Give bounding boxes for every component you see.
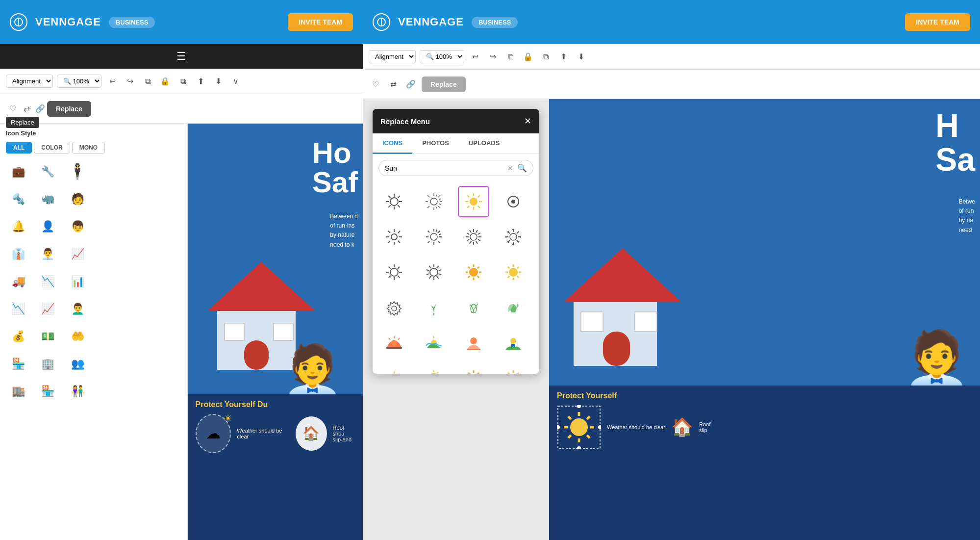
link-icon[interactable]: 🔗 bbox=[33, 102, 47, 116]
layers-icon[interactable]: ⧉ bbox=[176, 75, 190, 88]
list-item[interactable] bbox=[125, 187, 149, 211]
replace-button[interactable]: Replace bbox=[47, 101, 91, 117]
list-item[interactable]: 📊 bbox=[65, 269, 90, 294]
search-input[interactable] bbox=[385, 164, 503, 172]
clear-search-icon[interactable]: ✕ bbox=[507, 164, 513, 172]
tab-icons[interactable]: ICONS bbox=[373, 133, 412, 154]
list-item[interactable] bbox=[125, 269, 149, 294]
undo-icon[interactable]: ↩ bbox=[105, 75, 119, 88]
result-icon-1[interactable] bbox=[378, 186, 410, 217]
tab-all[interactable]: ALL bbox=[6, 142, 32, 154]
list-item[interactable]: 📉 bbox=[36, 269, 60, 294]
list-item[interactable] bbox=[154, 379, 179, 404]
result-icon-9[interactable] bbox=[378, 257, 410, 288]
right-undo-icon[interactable]: ↩ bbox=[468, 50, 482, 64]
list-item[interactable]: 🕴 bbox=[65, 159, 90, 184]
list-item[interactable]: 📈 bbox=[36, 297, 60, 321]
zoom-select[interactable]: 🔍 100% bbox=[57, 75, 101, 88]
invite-team-button-left[interactable]: INVITE TEAM bbox=[288, 13, 353, 31]
list-item[interactable]: 💰 bbox=[6, 324, 30, 349]
redo-icon[interactable]: ↪ bbox=[123, 75, 137, 88]
list-item[interactable] bbox=[125, 352, 149, 376]
list-item[interactable]: 🔧 bbox=[36, 159, 60, 184]
result-icon-4[interactable] bbox=[498, 186, 529, 217]
right-replace-button[interactable]: Replace bbox=[422, 77, 466, 92]
list-item[interactable]: 🚚 bbox=[6, 269, 30, 294]
list-item[interactable] bbox=[154, 242, 179, 266]
list-item[interactable] bbox=[95, 379, 120, 404]
list-item[interactable]: 🔔 bbox=[6, 214, 30, 239]
replace-menu-close-button[interactable]: ✕ bbox=[524, 116, 531, 127]
result-icon-5[interactable] bbox=[378, 221, 410, 253]
result-icon-13[interactable] bbox=[378, 292, 410, 323]
list-item[interactable] bbox=[95, 269, 120, 294]
list-item[interactable]: 👥 bbox=[65, 352, 90, 376]
swap-icon[interactable]: ⇄ bbox=[20, 102, 33, 116]
list-item[interactable] bbox=[125, 324, 149, 349]
list-item[interactable] bbox=[154, 269, 179, 294]
list-item[interactable]: 📈 bbox=[65, 242, 90, 266]
tab-mono[interactable]: MONO bbox=[72, 142, 105, 154]
lock-icon[interactable]: 🔒 bbox=[158, 75, 172, 88]
list-item[interactable] bbox=[95, 159, 120, 184]
list-item[interactable] bbox=[125, 242, 149, 266]
result-icon-21[interactable] bbox=[378, 362, 410, 374]
list-item[interactable] bbox=[125, 214, 149, 239]
result-icon-6[interactable] bbox=[418, 221, 450, 253]
search-icon[interactable]: 🔍 bbox=[517, 163, 527, 173]
right-lock-icon[interactable]: 🔒 bbox=[521, 50, 535, 64]
result-icon-16[interactable] bbox=[498, 292, 529, 323]
list-item[interactable]: 👤 bbox=[36, 214, 60, 239]
invite-team-button-right[interactable]: INVITE TEAM bbox=[905, 13, 970, 31]
list-item[interactable]: 🏬 bbox=[6, 379, 30, 404]
list-item[interactable]: 👨‍🦱 bbox=[65, 297, 90, 321]
right-layers-icon[interactable]: ⧉ bbox=[539, 50, 553, 64]
list-item[interactable] bbox=[125, 379, 149, 404]
result-icon-22[interactable] bbox=[418, 362, 450, 374]
list-item[interactable] bbox=[125, 297, 149, 321]
right-link-icon[interactable]: 🔗 bbox=[404, 77, 418, 91]
list-item[interactable]: 🦏 bbox=[36, 187, 60, 211]
favorite-icon[interactable]: ♡ bbox=[6, 102, 20, 116]
result-icon-18[interactable] bbox=[418, 327, 450, 359]
result-icon-17[interactable] bbox=[378, 327, 410, 359]
result-icon-19[interactable] bbox=[458, 327, 489, 359]
list-item[interactable]: 🧑 bbox=[65, 187, 90, 211]
result-icon-2[interactable] bbox=[418, 186, 450, 217]
list-item[interactable] bbox=[125, 159, 149, 184]
result-icon-20[interactable] bbox=[498, 327, 529, 359]
list-item[interactable]: 💵 bbox=[36, 324, 60, 349]
list-item[interactable] bbox=[95, 214, 120, 239]
list-item[interactable]: 👦 bbox=[65, 214, 90, 239]
more-icon[interactable]: ∨ bbox=[229, 75, 243, 88]
list-item[interactable]: 📉 bbox=[6, 297, 30, 321]
tab-color[interactable]: COLOR bbox=[34, 142, 70, 154]
result-icon-3-selected[interactable] bbox=[458, 186, 489, 217]
list-item[interactable]: 🤲 bbox=[65, 324, 90, 349]
result-icon-14[interactable] bbox=[418, 292, 450, 323]
right-redo-icon[interactable]: ↪ bbox=[486, 50, 500, 64]
list-item[interactable] bbox=[95, 297, 120, 321]
arrange-up-icon[interactable]: ⬆ bbox=[194, 75, 207, 88]
list-item[interactable] bbox=[154, 352, 179, 376]
tab-uploads[interactable]: UPLOADS bbox=[459, 133, 510, 154]
list-item[interactable] bbox=[154, 187, 179, 211]
list-item[interactable] bbox=[154, 297, 179, 321]
result-icon-10[interactable] bbox=[418, 257, 450, 288]
result-icon-11[interactable] bbox=[458, 257, 489, 288]
list-item[interactable]: 🏪 bbox=[36, 379, 60, 404]
right-favorite-icon[interactable]: ♡ bbox=[369, 77, 382, 91]
copy-icon[interactable]: ⧉ bbox=[141, 75, 154, 88]
list-item[interactable] bbox=[95, 242, 120, 266]
list-item[interactable]: 👫 bbox=[65, 379, 90, 404]
list-item[interactable] bbox=[154, 214, 179, 239]
list-item[interactable] bbox=[154, 324, 179, 349]
list-item[interactable]: 🏢 bbox=[36, 352, 60, 376]
list-item[interactable]: 💼 bbox=[6, 159, 30, 184]
list-item[interactable]: 🏪 bbox=[6, 352, 30, 376]
arrange-down-icon[interactable]: ⬇ bbox=[211, 75, 225, 88]
result-icon-24[interactable] bbox=[498, 362, 529, 374]
result-icon-8[interactable] bbox=[498, 221, 529, 253]
list-item[interactable] bbox=[154, 159, 179, 184]
list-item[interactable] bbox=[95, 324, 120, 349]
